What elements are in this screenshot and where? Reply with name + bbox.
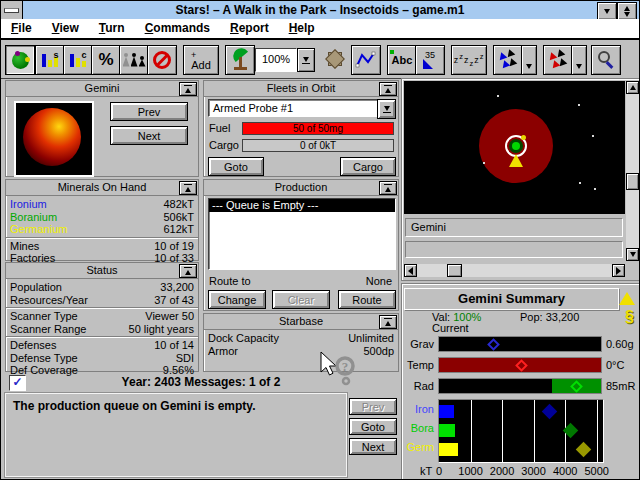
scanner-vscrollbar[interactable] xyxy=(626,81,639,261)
vscroll-thumb[interactable] xyxy=(626,173,639,190)
axis-tick-label: 5000 xyxy=(584,465,608,477)
planet-image xyxy=(14,101,94,177)
message-goto-button[interactable]: Goto xyxy=(349,418,397,435)
menu-item-turn[interactable]: Turn xyxy=(89,19,135,38)
facility-row-mines: Mines10 of 19 xyxy=(6,240,198,253)
ship-cost-button[interactable]: c xyxy=(63,45,93,75)
cargo-gauge[interactable]: 0 of 0kT xyxy=(242,139,394,152)
scanner-viewport[interactable] xyxy=(404,81,625,214)
production-panel-title-text: Production xyxy=(275,181,328,193)
scroll-right-button[interactable] xyxy=(612,264,625,277)
fleet-goto-button[interactable]: Goto xyxy=(208,157,264,176)
ship-count-button[interactable]: 35 xyxy=(415,45,445,75)
collapse-button[interactable] xyxy=(379,181,397,195)
status-row: Resources/Year37 of 43 xyxy=(6,294,198,307)
ship-summary-button[interactable]: s xyxy=(35,45,65,75)
no-info-icon xyxy=(153,51,171,69)
scanner-hscrollbar[interactable] xyxy=(404,264,625,277)
zoom-level-display: 100% xyxy=(255,48,297,72)
enemy-fleets-dropdown[interactable] xyxy=(571,45,587,75)
mouse-cursor: ? xyxy=(319,351,361,389)
title-bar: Stars! – A Walk in the Park – Insectoids… xyxy=(1,1,639,19)
production-queue-item[interactable]: --- Queue is Empty --- xyxy=(209,199,395,212)
minefield-toggle-button[interactable] xyxy=(321,45,349,73)
starbase-indicator-icon: § xyxy=(625,308,634,326)
axis-tick-label: 1000 xyxy=(458,465,482,477)
restore-button[interactable] xyxy=(617,2,637,20)
friendly-fleets-dropdown[interactable] xyxy=(521,45,537,75)
production-route-button[interactable]: Route xyxy=(338,290,396,309)
production-clear-button[interactable]: Clear xyxy=(272,290,330,309)
fleet-marker-icon[interactable] xyxy=(509,154,523,167)
planet-panel: Gemini Prev Next xyxy=(5,80,199,177)
hab-row-grav: Grav0.60g xyxy=(402,336,640,352)
friendly-fleets-icon xyxy=(498,51,518,69)
minefield-icon xyxy=(328,52,342,66)
fleet-select-field[interactable]: Armed Probe #1 xyxy=(208,99,378,117)
minerals-panel: Minerals On Hand Ironium482kTBoranium506… xyxy=(5,179,199,261)
fleets-panel-title-text: Fleets in Orbit xyxy=(267,82,335,94)
selected-fleet-name: Armed Probe #1 xyxy=(213,102,293,114)
mineral-bar-germ xyxy=(439,443,458,456)
menu-item-file[interactable]: File xyxy=(1,19,42,38)
menu-item-report[interactable]: Report xyxy=(220,19,279,38)
menu-item-help[interactable]: Help xyxy=(279,19,325,38)
enemy-fleets-icon xyxy=(548,51,568,69)
current-label: Current xyxy=(432,322,469,334)
population-label: Pop: 33,200 xyxy=(520,311,579,323)
fleet-cargo-button[interactable]: Cargo xyxy=(340,157,396,176)
minimize-button[interactable] xyxy=(597,2,617,20)
starbase-body: Dock CapacityUnlimitedArmor500dp xyxy=(204,330,398,357)
menu-item-commands[interactable]: Commands xyxy=(135,19,220,38)
collapse-button[interactable] xyxy=(379,315,397,329)
message-next-button[interactable]: Next xyxy=(349,438,397,455)
prev-planet-button[interactable]: Prev xyxy=(110,102,188,121)
menu-item-view[interactable]: View xyxy=(42,19,89,38)
production-queue-list[interactable]: --- Queue is Empty --- xyxy=(208,198,396,270)
friendly-fleets-button[interactable] xyxy=(493,45,523,75)
chevron-down-icon xyxy=(526,64,532,69)
scroll-left-button[interactable] xyxy=(404,264,417,277)
scroll-up-button[interactable] xyxy=(626,81,639,94)
summary-up-arrow-icon[interactable] xyxy=(619,292,635,305)
percent-view-button[interactable]: % xyxy=(91,45,121,75)
population-view-button[interactable] xyxy=(119,45,149,75)
fleet-select-dropdown[interactable] xyxy=(377,99,396,119)
menu-bar: FileViewTurnCommandsReportHelp xyxy=(1,19,639,40)
collapse-button[interactable] xyxy=(179,181,197,195)
zoom-button[interactable] xyxy=(591,45,621,75)
starbase-panel: Starbase Dock CapacityUnlimitedArmor500d… xyxy=(203,313,399,372)
planet-names-button[interactable]: Abc xyxy=(387,45,417,75)
add-waypoint-button[interactable]: + Add xyxy=(183,45,219,75)
idle-fleets-button[interactable]: zzzzzz xyxy=(451,45,487,75)
message-prev-button[interactable]: Prev xyxy=(349,398,397,415)
minerals-panel-title: Minerals On Hand xyxy=(6,180,198,196)
scanner-selected-name-field[interactable]: Gemini xyxy=(405,218,623,237)
scanner-toggle-button[interactable] xyxy=(225,45,255,75)
mineral-bar-bora xyxy=(439,424,455,437)
cargo-label: Cargo xyxy=(209,139,239,151)
collapse-button[interactable] xyxy=(379,82,397,96)
zoom-magnifier-icon xyxy=(596,50,616,70)
mineral-label-bora: Bora xyxy=(402,422,434,434)
summary-panel: Gemini Summary § Val: 100% Pop: 33,200 C… xyxy=(401,283,640,480)
starbase-panel-title-text: Starbase xyxy=(279,315,323,327)
hab-bar-grav xyxy=(438,336,602,352)
hscroll-thumb[interactable] xyxy=(447,264,462,277)
next-planet-button[interactable]: Next xyxy=(110,126,188,145)
zoom-dropdown-button[interactable] xyxy=(297,48,315,72)
status-panel-title: Status xyxy=(6,263,198,279)
enemy-fleets-button[interactable] xyxy=(543,45,573,75)
ship-summary-chart-icon: s xyxy=(42,52,59,68)
production-change-button[interactable]: Change xyxy=(208,290,266,309)
no-info-button[interactable] xyxy=(147,45,177,75)
status-row: Scanner TypeViewer 50 xyxy=(6,310,198,323)
fleet-paths-button[interactable] xyxy=(351,45,381,75)
scroll-down-button[interactable] xyxy=(626,248,639,261)
collapse-button[interactable] xyxy=(179,82,197,96)
collapse-button[interactable] xyxy=(179,264,197,278)
scanner-secondary-field[interactable] xyxy=(405,241,623,258)
planet-view-button[interactable] xyxy=(5,45,35,75)
planet-view-icon xyxy=(12,52,29,69)
restore-up-icon xyxy=(624,6,630,11)
